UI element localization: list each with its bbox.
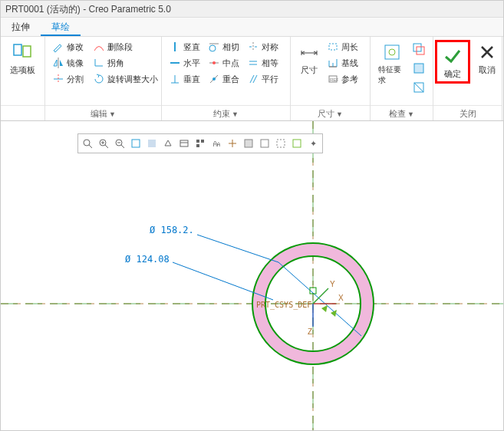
split-button[interactable]: 分割 <box>50 72 86 86</box>
sketch-display-button[interactable]: ✦ <box>305 136 321 151</box>
ok-button[interactable]: 确定 <box>439 44 466 81</box>
svg-point-1 <box>209 45 216 51</box>
feature-requirements-button[interactable]: 特征要求 <box>375 40 408 87</box>
group-dimension: 尺寸 周长 基线 REF参考 尺寸▼ <box>291 37 371 120</box>
tangent-button[interactable]: 相切 <box>206 40 242 54</box>
options-palette-button[interactable]: 选项板 <box>7 40 38 77</box>
perpendicular-button[interactable]: 垂直 <box>166 72 203 86</box>
zoom-out-button[interactable] <box>112 136 127 151</box>
dimension-label: 尺寸 <box>301 64 318 76</box>
group-options: 选项板 <box>1 37 45 120</box>
csys-label: PRT_CSYS_DEF <box>256 301 311 310</box>
vertical-button[interactable]: 竖直 <box>166 40 203 54</box>
svg-rect-18 <box>180 140 188 146</box>
symmetric-icon <box>247 41 259 53</box>
axis-y: Y <box>330 280 335 288</box>
tab-sketch[interactable]: 草绘 <box>41 18 81 36</box>
coincident-icon <box>208 73 220 85</box>
perimeter-label: 周长 <box>341 41 358 53</box>
datum-display-button[interactable] <box>225 136 240 151</box>
baseline-icon <box>327 57 339 69</box>
repaint-button[interactable] <box>144 136 160 151</box>
group-dimension-label[interactable]: 尺寸▼ <box>291 105 370 120</box>
group-inspect-label[interactable]: 检查▼ <box>371 105 433 120</box>
baseline-label: 基线 <box>341 58 358 69</box>
modify-button[interactable]: 修改 <box>50 40 86 54</box>
equal-icon <box>247 57 259 69</box>
group-edit-label[interactable]: 编辑▼ <box>45 105 161 120</box>
delete-segment-button[interactable]: 删除段 <box>91 40 160 54</box>
svg-rect-9 <box>413 44 421 51</box>
horizontal-button[interactable]: 水平 <box>166 56 203 70</box>
svg-rect-23 <box>261 140 268 147</box>
svg-rect-11 <box>414 64 423 73</box>
refit-button[interactable] <box>128 136 143 151</box>
dim-outer-text[interactable]: Ø 158.2. <box>150 225 194 235</box>
svg-rect-7 <box>385 45 399 59</box>
rotate-resize-button[interactable]: 旋转调整大小 <box>91 72 160 86</box>
svg-point-3 <box>212 77 216 81</box>
ok-highlight: 确定 <box>435 40 470 84</box>
svg-rect-24 <box>277 140 285 147</box>
options-palette-icon <box>12 41 34 63</box>
cancel-button[interactable]: 取消 <box>473 40 501 77</box>
check-icon <box>442 45 463 67</box>
dimension-button[interactable]: 尺寸 <box>295 40 323 77</box>
axis-z: Z <box>308 327 312 336</box>
mirror-button[interactable]: 镜像 <box>50 56 86 70</box>
midpoint-button[interactable]: 中点 <box>206 56 242 70</box>
midpoint-label: 中点 <box>222 58 239 69</box>
sketch-view-button[interactable] <box>289 136 305 151</box>
svg-rect-4 <box>329 44 337 50</box>
dim-outer-leader <box>197 235 278 262</box>
modify-label: 修改 <box>67 41 84 53</box>
perpendicular-icon <box>169 73 181 85</box>
reference-label: 参考 <box>341 74 358 85</box>
hidden-button[interactable] <box>273 136 288 151</box>
feature-requirements-label: 特征要求 <box>378 64 405 86</box>
reference-button[interactable]: REF参考 <box>324 72 361 86</box>
delete-segment-label: 删除段 <box>107 41 133 53</box>
equal-button[interactable]: 相等 <box>245 56 281 70</box>
baseline-button[interactable]: 基线 <box>324 56 361 70</box>
sketch-stage: Ø 158.2. Ø 124.08 PRT_CSYS_DEF X Y Z <box>1 121 503 431</box>
group-constrain-label[interactable]: 约束▼ <box>162 105 290 120</box>
horizontal-icon <box>169 57 181 69</box>
corner-label: 拐角 <box>107 58 124 69</box>
view-toolbar: 🗛 ✦ <box>77 133 323 153</box>
inspect-highlight-button[interactable] <box>410 59 428 77</box>
close-icon <box>476 41 498 63</box>
display-style-button[interactable] <box>160 136 176 151</box>
perimeter-button[interactable]: 周长 <box>324 40 361 54</box>
zoom-window-button[interactable] <box>80 136 95 151</box>
tangent-label: 相切 <box>222 41 239 53</box>
parallel-button[interactable]: 平行 <box>245 72 281 86</box>
svg-text:REF: REF <box>330 77 338 82</box>
wireframe-button[interactable] <box>257 136 272 151</box>
reference-icon: REF <box>327 73 339 85</box>
svg-line-32 <box>313 288 328 304</box>
tangent-icon <box>208 41 220 53</box>
corner-button[interactable]: 拐角 <box>91 56 160 70</box>
delete-segment-icon <box>93 41 105 53</box>
ok-label: 确定 <box>444 68 461 80</box>
zoom-in-button[interactable] <box>96 136 111 151</box>
inspect-shade-button[interactable] <box>410 78 428 97</box>
dim-inner-text[interactable]: Ø 124.08 <box>125 254 170 265</box>
annotation-display-button[interactable]: 🗛 <box>209 136 224 151</box>
tab-extrude[interactable]: 拉伸 <box>1 18 41 36</box>
svg-point-13 <box>84 140 90 146</box>
coincident-button[interactable]: 重合 <box>206 72 242 86</box>
saved-views-button[interactable] <box>176 136 192 151</box>
options-palette-label: 选项板 <box>10 64 35 76</box>
shade-button[interactable] <box>241 136 256 151</box>
midpoint-icon <box>208 57 220 69</box>
view-manager-button[interactable] <box>193 136 208 151</box>
symmetric-button[interactable]: 对称 <box>245 40 281 54</box>
svg-rect-0 <box>14 44 21 55</box>
svg-rect-16 <box>132 140 140 147</box>
sketch-canvas[interactable]: 🗛 ✦ Ø 158.2. Ø 124.08 PRT_CSYS_DEF X Y <box>1 121 503 431</box>
inspect-overlap-button[interactable] <box>410 40 428 58</box>
group-close: 确定 取消 关闭 <box>433 37 502 120</box>
vertical-icon <box>169 41 181 53</box>
